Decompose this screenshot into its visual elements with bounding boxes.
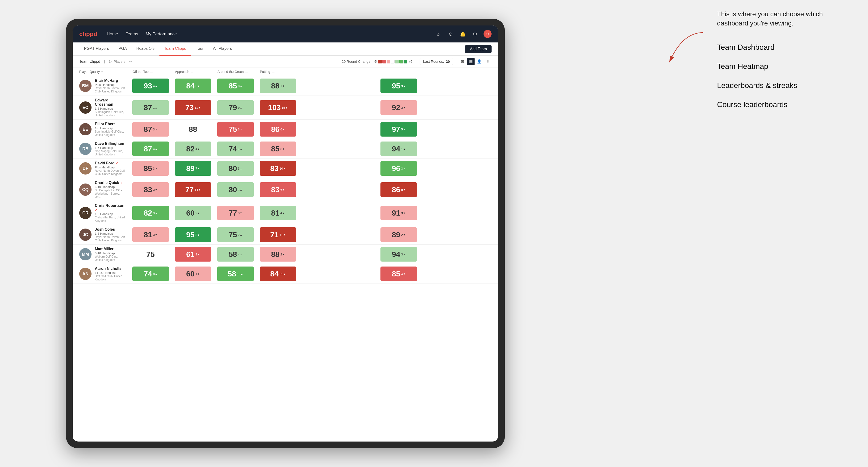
metric-score: 83	[144, 185, 152, 194]
metric-score: 80	[228, 185, 237, 194]
dashboard-option-heatmap[interactable]: Team Heatmap	[717, 61, 849, 72]
view-icon-grid2[interactable]: ▦	[467, 58, 474, 65]
col-sort-off-tee[interactable]: —	[150, 70, 153, 73]
dashboard-option-course[interactable]: Course leaderboards	[717, 99, 849, 110]
tablet-screen: clippd Home Teams My Performance ⌕ ⊙ 🔔 ⚙…	[73, 26, 498, 441]
nav-links: Home Teams My Performance	[107, 32, 434, 36]
player-cell-7[interactable]: JC Josh Coles 1-5 Handicap Royal North D…	[73, 225, 129, 245]
nav-icons: ⌕ ⊙ 🔔 ⚙ U	[434, 30, 492, 38]
sub-nav-hcaps[interactable]: Hcaps 1-5	[132, 42, 159, 56]
player-cell-0[interactable]: BM Blair McHarg Plus Handicap Royal Nort…	[73, 76, 129, 96]
player-cell-8[interactable]: MM Matt Miller 6-10 Handicap Woburn Golf…	[73, 245, 129, 264]
player-cell-2[interactable]: EE Elliot Ebert 1-5 Handicap Sunningdale…	[73, 120, 129, 139]
metric-cell-player_quality: 93 4▲	[129, 76, 172, 96]
dashboard-option-team[interactable]: Team Dashboard	[717, 42, 849, 53]
player-name: Chris Robertson ✓	[95, 204, 126, 212]
metric-change: 4▲	[153, 147, 157, 151]
metric-cell-putting: 91 3▼	[299, 201, 498, 225]
player-cell-1[interactable]: EC Edward Crossman 1-5 Handicap Sunningd…	[73, 96, 129, 120]
metric-score: 84	[270, 270, 279, 278]
player-handicap: 1-5 Handicap	[95, 232, 126, 236]
player-name: Dave Billingham	[95, 142, 126, 146]
sub-nav-team-clippd[interactable]: Team Clippd	[159, 42, 191, 56]
metric-score: 75	[228, 125, 237, 134]
player-cell-6[interactable]: CR Chris Robertson ✓ 1-5 Handicap Craigm…	[73, 201, 129, 225]
bell-icon[interactable]: 🔔	[459, 30, 467, 38]
metric-score: 77	[185, 185, 194, 194]
sub-nav-pgat[interactable]: PGAT Players	[79, 42, 114, 56]
view-icon-person[interactable]: 👤	[475, 58, 483, 65]
sub-nav-tour[interactable]: Tour	[191, 42, 208, 56]
player-club: Drift Golf Club, United Kingdom	[95, 275, 126, 281]
round-change: 20 Round Change -5 +5 Last Rounds: 20	[342, 58, 492, 65]
metric-score: 95	[392, 82, 400, 90]
col-sort-putting[interactable]: —	[272, 70, 274, 73]
metric-box: 95 8▲	[175, 227, 211, 242]
view-icon-grid1[interactable]: ⊞	[459, 58, 466, 65]
player-avatar: CQ	[79, 184, 92, 196]
metric-cell-off_tee: 84 6▲	[172, 76, 214, 96]
metric-box: 95 9▲	[380, 79, 417, 93]
metric-score: 87	[144, 103, 152, 112]
metric-score: 83	[271, 185, 280, 194]
nav-teams[interactable]: Teams	[126, 32, 138, 36]
metric-change: 1▲	[153, 106, 157, 110]
view-icon-download[interactable]: ⬇	[484, 58, 492, 65]
metric-score: 58	[228, 250, 237, 259]
player-handicap: 1-5 Handicap	[95, 212, 126, 216]
round-change-label: 20 Round Change	[342, 59, 371, 63]
player-info: Blair McHarg Plus Handicap Royal North D…	[95, 79, 126, 93]
metric-cell-off_tee: 60 1▼	[172, 264, 214, 284]
scale-block-green-light	[395, 60, 399, 63]
player-club: Gog Magog Golf Club, United Kingdom	[95, 150, 126, 156]
player-avatar: BM	[79, 80, 92, 92]
player-cell-5[interactable]: CQ Charlie Quick ✓ 6-10 Handicap St. Geo…	[73, 178, 129, 201]
table-row: MM Matt Miller 6-10 Handicap Woburn Golf…	[73, 245, 498, 264]
col-sort-player[interactable]: ▾	[101, 70, 103, 73]
user-icon[interactable]: ⊙	[447, 30, 454, 38]
sub-nav-all-players[interactable]: All Players	[208, 42, 237, 56]
metric-score: 85	[144, 164, 152, 173]
player-info: Aaron Nicholls 11-15 Handicap Drift Golf…	[95, 267, 126, 281]
metric-cell-putting: 97 5▲	[299, 120, 498, 139]
player-cell-4[interactable]: DF David Ford ✓ Plus Handicap Royal Nort…	[73, 159, 129, 178]
metric-box: 88 1▼	[260, 79, 296, 93]
metric-score: 61	[186, 250, 195, 259]
player-cell-3[interactable]: DB Dave Billingham 1-5 Handicap Gog Mago…	[73, 139, 129, 159]
dashboard-option-leaderboards[interactable]: Leaderboards & streaks	[717, 80, 849, 91]
col-sort-around-green[interactable]: —	[245, 70, 248, 73]
metric-box: 93 4▲	[132, 79, 169, 93]
player-club: Royal North Devon Golf Club, United King…	[95, 236, 126, 242]
avatar[interactable]: U	[484, 30, 492, 38]
settings-icon[interactable]: ⚙	[471, 30, 479, 38]
metric-change: 14▼	[195, 188, 200, 191]
player-name: Charlie Quick ✓	[95, 181, 126, 185]
col-sort-approach[interactable]: —	[191, 70, 193, 73]
add-team-button[interactable]: Add Team	[465, 45, 492, 53]
last-rounds-button[interactable]: Last Rounds: 20	[420, 58, 453, 65]
metric-change: 9▲	[401, 84, 405, 88]
metric-score: 84	[186, 82, 195, 90]
player-avatar: JC	[79, 228, 92, 241]
player-handicap: Plus Handicap	[95, 165, 126, 169]
team-count: 14 Players	[109, 59, 125, 63]
player-name: Aaron Nicholls	[95, 267, 126, 271]
metric-box: 81 4▲	[260, 206, 296, 220]
nav-home[interactable]: Home	[107, 32, 118, 36]
team-bar: Team Clippd | 14 Players ✏ 20 Round Chan…	[73, 56, 498, 67]
metric-cell-off_tee: 88	[172, 120, 214, 139]
metric-cell-approach: 58 4▲	[214, 245, 257, 264]
player-cell-9[interactable]: AN Aaron Nicholls 11-15 Handicap Drift G…	[73, 264, 129, 284]
sub-nav-pga[interactable]: PGA	[114, 42, 132, 56]
logo: clippd	[79, 30, 97, 38]
metric-score: 71	[270, 230, 279, 239]
edit-icon[interactable]: ✏	[129, 59, 132, 64]
metric-change: 11▼	[280, 233, 285, 237]
metric-score: 103	[268, 103, 281, 112]
search-icon[interactable]: ⌕	[434, 30, 442, 38]
nav-my-performance[interactable]: My Performance	[146, 32, 177, 36]
metric-box: 79 9▲	[217, 100, 254, 115]
metric-box: 92 3▼	[380, 100, 417, 115]
metric-score: 58	[228, 270, 236, 278]
metric-cell-putting: 85 4▼	[299, 264, 498, 284]
